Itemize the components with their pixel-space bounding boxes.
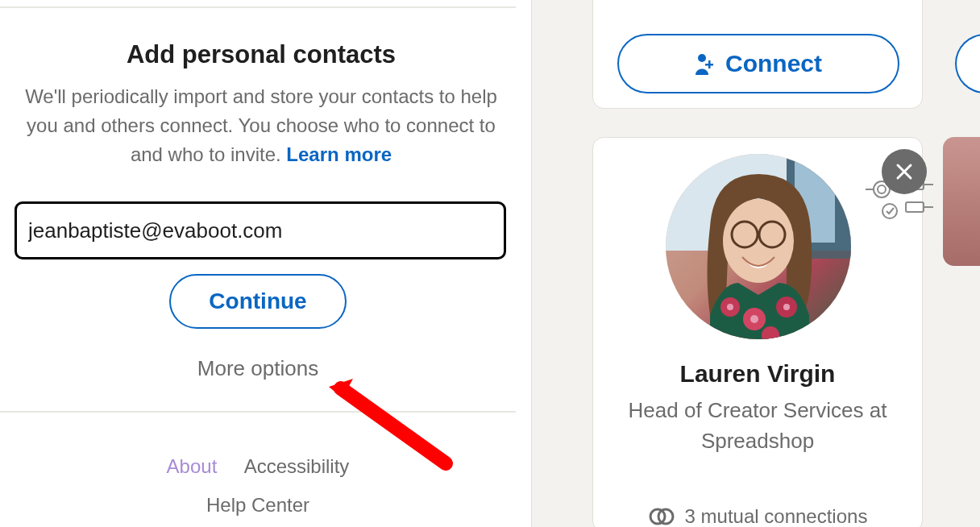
avatar-image bbox=[666, 154, 851, 339]
suggestion-card: Based on your profile Connect bbox=[592, 0, 923, 109]
person-name: Lauren Virgin bbox=[593, 360, 922, 388]
divider bbox=[0, 6, 516, 8]
add-contacts-header: Add personal contacts We'll periodically… bbox=[11, 40, 511, 169]
close-icon bbox=[895, 163, 913, 181]
svg-rect-27 bbox=[906, 202, 924, 212]
svg-point-23 bbox=[878, 185, 886, 193]
divider bbox=[0, 411, 516, 413]
panel-title: Add personal contacts bbox=[11, 40, 511, 69]
footer-links: About Accessibility Help Center bbox=[0, 447, 516, 525]
description-text: We'll periodically import and store your… bbox=[25, 85, 497, 165]
panel-description: We'll periodically import and store your… bbox=[11, 82, 511, 169]
svg-point-17 bbox=[727, 304, 733, 310]
footer-about-link[interactable]: About bbox=[167, 455, 218, 477]
person-headline: Head of Creator Services at Spreadshop bbox=[593, 396, 922, 456]
person-card[interactable]: Lauren Virgin Head of Creator Services a… bbox=[592, 137, 923, 527]
svg-point-18 bbox=[750, 315, 758, 323]
svg-point-25 bbox=[882, 204, 897, 218]
mutual-connections: 3 mutual connections bbox=[593, 505, 922, 527]
suggestion-card-partial[interactable] bbox=[943, 137, 980, 266]
more-options-link[interactable]: More options bbox=[0, 356, 516, 381]
connect-icon bbox=[695, 52, 714, 75]
avatar[interactable] bbox=[666, 154, 851, 339]
connect-button-partial[interactable] bbox=[955, 34, 980, 93]
connect-label: Connect bbox=[725, 50, 822, 77]
footer-help-center-link[interactable]: Help Center bbox=[206, 494, 309, 516]
svg-point-2 bbox=[698, 54, 706, 62]
add-contacts-panel: Add personal contacts We'll periodically… bbox=[0, 0, 532, 527]
continue-button[interactable]: Continue bbox=[169, 274, 347, 329]
footer-accessibility-link[interactable]: Accessibility bbox=[244, 455, 350, 477]
dismiss-button[interactable] bbox=[882, 149, 927, 194]
suggestions-area: Based on your profile Connect bbox=[592, 0, 979, 527]
mutual-text: 3 mutual connections bbox=[685, 505, 868, 527]
mutual-icon bbox=[648, 508, 675, 525]
svg-point-19 bbox=[783, 304, 790, 310]
learn-more-link[interactable]: Learn more bbox=[286, 143, 392, 165]
email-field[interactable] bbox=[15, 201, 506, 259]
svg-rect-4 bbox=[705, 64, 713, 66]
connect-button[interactable]: Connect bbox=[617, 34, 899, 93]
